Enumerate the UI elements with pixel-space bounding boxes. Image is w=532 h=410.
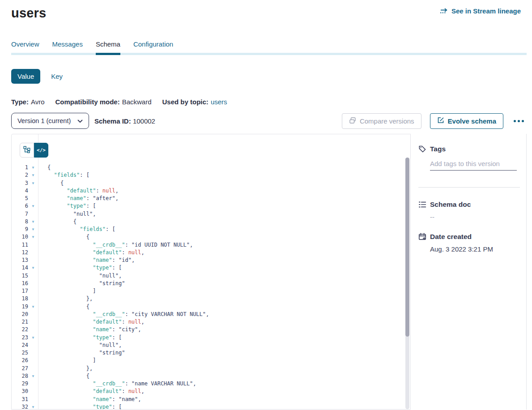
fold-spacer — [28, 342, 38, 349]
code-content: "type": [ — [38, 202, 96, 210]
code-content: { — [38, 233, 89, 241]
fold-toggle-icon[interactable]: ▼ — [28, 179, 38, 187]
code-content: "__crdb__": "city VARCHAR NOT NULL", — [38, 311, 209, 318]
code-content: { — [38, 164, 51, 171]
code-content: "__crdb__": "name VARCHAR NULL", — [38, 380, 196, 388]
topic-label: Used by topic: — [162, 98, 209, 106]
edit-icon — [437, 117, 444, 125]
line-number: 32 — [12, 403, 28, 410]
date-created-section: Date created Aug. 3 2022 3:21 PM — [418, 233, 526, 253]
version-select-value: Version 1 (current) — [17, 117, 71, 124]
fold-spacer — [28, 256, 38, 264]
code-line: 18 }, — [12, 295, 404, 303]
fold-toggle-icon[interactable]: ▼ — [28, 264, 38, 272]
fold-toggle-icon[interactable]: ▼ — [28, 164, 38, 171]
stream-lineage-icon — [440, 8, 448, 14]
tags-input[interactable] — [430, 159, 517, 171]
chevron-down-icon — [77, 117, 83, 124]
line-number: 5 — [12, 195, 28, 202]
schema-doc-value: -- — [430, 213, 526, 221]
code-content: "type": [ — [38, 403, 122, 410]
code-content: "name": "after", — [38, 195, 119, 202]
more-options-button[interactable] — [512, 118, 526, 124]
value-toggle-button[interactable]: Value — [11, 69, 40, 84]
code-content: "default": null, — [38, 187, 119, 195]
line-number: 4 — [12, 187, 28, 195]
compare-versions-label: Compare versions — [360, 117, 414, 125]
code-content: }, — [38, 365, 93, 372]
value-key-toggle: Value Key — [11, 69, 527, 84]
code-view-button[interactable]: </> — [34, 143, 48, 158]
line-number: 30 — [12, 388, 28, 395]
line-number: 15 — [12, 272, 28, 280]
type-value: Avro — [31, 98, 45, 106]
line-number: 14 — [12, 264, 28, 272]
code-line: 26 ] — [12, 357, 404, 364]
fold-toggle-icon[interactable]: ▼ — [28, 171, 38, 179]
fold-toggle-icon[interactable]: ▼ — [28, 226, 38, 233]
topic-link[interactable]: users — [211, 98, 227, 106]
code-content: { — [38, 372, 89, 380]
tab-overview[interactable]: Overview — [11, 40, 39, 55]
code-line: 17 ] — [12, 287, 404, 295]
fold-toggle-icon[interactable]: ▼ — [28, 303, 38, 311]
fold-toggle-icon[interactable]: ▼ — [28, 233, 38, 241]
calendar-plus-icon — [418, 233, 426, 241]
sidebar-divider — [418, 187, 520, 188]
tab-schema[interactable]: Schema — [96, 40, 120, 55]
fold-spacer — [28, 287, 38, 295]
line-number: 17 — [12, 287, 28, 295]
line-number: 2 — [12, 171, 28, 179]
version-select[interactable]: Version 1 (current) — [11, 113, 89, 129]
fold-toggle-icon[interactable]: ▼ — [28, 218, 38, 226]
fold-toggle-icon[interactable]: ▼ — [28, 202, 38, 210]
code-content: "name": "city", — [38, 326, 141, 333]
stream-lineage-link[interactable]: See in Stream lineage — [440, 7, 521, 15]
line-number: 31 — [12, 396, 28, 403]
code-line: 13 "name": "id", — [12, 256, 404, 264]
code-line: 25 "string" — [12, 349, 404, 357]
fold-toggle-icon[interactable]: ▼ — [28, 334, 38, 342]
code-line: 9▼ "fields": [ — [12, 226, 404, 233]
compare-versions-button[interactable]: Compare versions — [342, 113, 421, 129]
code-line: 12 "default": null, — [12, 249, 404, 256]
code-content: { — [38, 218, 77, 226]
fold-toggle-icon[interactable]: ▼ — [28, 372, 38, 380]
code-content: "default": null, — [38, 318, 145, 326]
line-number: 7 — [12, 210, 28, 218]
fold-spacer — [28, 311, 38, 318]
code-content: }, — [38, 295, 93, 303]
version-bar: Version 1 (current) Schema ID: 100002 Co… — [11, 113, 527, 129]
line-number: 21 — [12, 318, 28, 326]
fold-spacer — [28, 318, 38, 326]
key-toggle-button[interactable]: Key — [51, 73, 63, 80]
tree-view-button[interactable] — [20, 143, 34, 158]
tags-section: Tags — [418, 145, 526, 188]
line-number: 25 — [12, 349, 28, 357]
code-line: 19▼ { — [12, 303, 404, 311]
code-content: ] — [38, 357, 96, 364]
fold-spacer — [28, 295, 38, 303]
fold-spacer — [28, 380, 38, 388]
line-number: 12 — [12, 249, 28, 256]
fold-spacer — [28, 272, 38, 280]
fold-spacer — [28, 388, 38, 395]
list-icon — [418, 201, 426, 209]
code-line: 32▼ "type": [ — [12, 403, 404, 410]
fold-toggle-icon[interactable]: ▼ — [28, 403, 38, 410]
code-line: 23▼ "type": [ — [12, 334, 404, 342]
fold-spacer — [28, 187, 38, 195]
fold-spacer — [28, 210, 38, 218]
evolve-schema-button[interactable]: Evolve schema — [430, 113, 503, 129]
code-content: "fields": [ — [38, 171, 89, 179]
tab-configuration[interactable]: Configuration — [133, 40, 173, 55]
code-line: 2▼ "fields": [ — [12, 171, 404, 179]
tab-messages[interactable]: Messages — [52, 40, 83, 55]
code-scrollbar-thumb[interactable] — [405, 158, 409, 337]
line-number: 27 — [12, 365, 28, 372]
code-content: "name": "name", — [38, 396, 141, 403]
fold-spacer — [28, 396, 38, 403]
tag-icon — [418, 145, 426, 153]
schema-doc-title: Schema doc — [430, 201, 471, 209]
line-number: 29 — [12, 380, 28, 388]
